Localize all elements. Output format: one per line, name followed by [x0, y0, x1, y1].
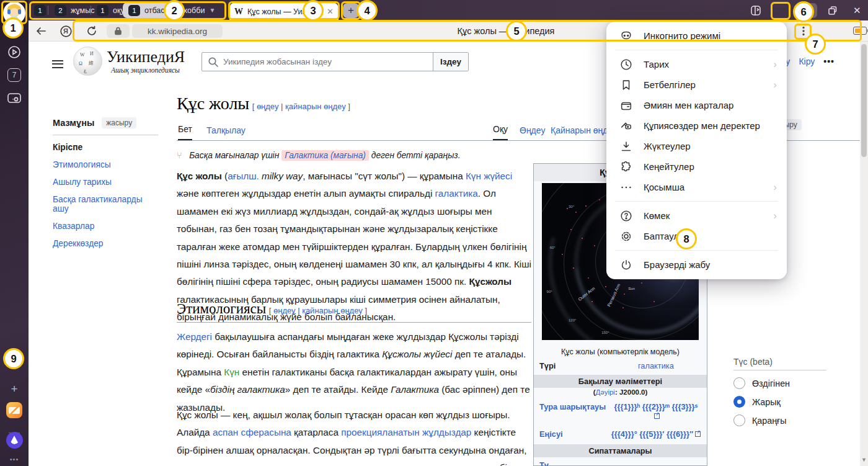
menu-item-history[interactable]: Тарих›: [606, 54, 787, 74]
tab-talk[interactable]: Талқылау: [206, 125, 246, 140]
tab-close-icon[interactable]: ✕: [327, 7, 334, 16]
tab-group-study[interactable]: 1 оқу: [97, 4, 125, 17]
external-link-icon: [654, 413, 660, 419]
toc-hide-button[interactable]: жасыру: [102, 117, 136, 128]
lang-link[interactable]: ағылш.: [228, 171, 259, 181]
menu-item-close-browser[interactable]: Браузерді жабу: [606, 254, 787, 275]
galaxy-sun-label: Sun: [628, 287, 635, 290]
incognito-mask-icon: [619, 29, 633, 43]
galaxy-grid-label: 60°: [550, 246, 556, 249]
page-scrollbar[interactable]: ▼: [860, 42, 868, 466]
media-play-icon[interactable]: [0, 45, 29, 62]
infobox-dec-label[interactable]: Еңісуі: [539, 429, 611, 439]
disambiguation-link[interactable]: Галактика (мағына): [281, 150, 369, 161]
toc-item-intro[interactable]: Кіріспе: [53, 143, 170, 152]
wallet-icon: [619, 99, 633, 112]
yandex-search-icon[interactable]: Я: [58, 20, 73, 42]
celestial-sphere-link[interactable]: аспан сферасына: [213, 427, 291, 437]
annotation-4: 4: [356, 0, 378, 21]
wiki-menu-icon[interactable]: [52, 58, 63, 70]
menu-separator: [615, 250, 778, 251]
tab-page[interactable]: Бет: [178, 124, 192, 140]
section-edit-source-link[interactable]: қайнарын өңдеу: [302, 306, 363, 315]
back-icon[interactable]: [33, 20, 48, 42]
menu-separator: [615, 50, 778, 50]
ellipsis-icon: [619, 181, 633, 194]
galaxy-link[interactable]: галактика: [435, 188, 478, 199]
scrollbar-down-arrow[interactable]: ▼: [861, 457, 867, 463]
infobox-characteristics-header: Сипаттамалары: [534, 444, 707, 457]
wiki-search-button[interactable]: Іздеу: [433, 53, 468, 71]
screenshot-icon[interactable]: [0, 91, 29, 108]
wikipedia-tagline: Ашық энциклопедиясы: [111, 66, 180, 74]
sidebar-add-icon[interactable]: +: [0, 382, 29, 396]
appearance-option-auto[interactable]: Өздігінен: [733, 377, 790, 389]
yandex-browser-icon[interactable]: [0, 432, 29, 451]
side-panel-toggle-icon[interactable]: [750, 0, 762, 20]
solar-system-link[interactable]: Күн жүйесі: [466, 171, 512, 181]
wikipedia-logo[interactable]: WИ Ω維 ع: [73, 47, 102, 76]
radio-unselected-icon[interactable]: [733, 414, 745, 426]
yandex-mail-icon[interactable]: [0, 402, 29, 421]
section-edit-link[interactable]: өңдеу: [273, 306, 296, 315]
radio-selected-icon[interactable]: [733, 396, 745, 408]
appearance-color-title: Түс (beta): [733, 357, 773, 367]
chevron-right-icon: ›: [773, 58, 777, 71]
infobox-type-value[interactable]: галактика: [611, 361, 701, 370]
menu-item-downloads[interactable]: Жүктеулер: [606, 136, 787, 156]
projected-stars-link[interactable]: проекцияланатын жұлдыздар: [341, 427, 471, 437]
sidebar-more-icon[interactable]: •••: [0, 455, 29, 463]
scrollbar-thumb[interactable]: [861, 44, 867, 157]
url-field[interactable]: kk.wikipedia.org: [132, 24, 223, 38]
menu-item-wallet[interactable]: Әмиян мен карталар: [606, 95, 787, 115]
epoch-link[interactable]: Дәуірі: [595, 388, 614, 396]
earth-link[interactable]: Жердегі: [177, 331, 212, 342]
window-close-icon[interactable]: ✕: [853, 0, 861, 20]
browser-window: WИ Ω維 ع УикипедиЯ Ашық энциклопедиясы Уи…: [0, 0, 868, 466]
paragraph-etymology-1: Жердегі бақылаушыға аспандағы мыңдаған ж…: [177, 328, 531, 416]
edit-link[interactable]: өңдеу: [257, 102, 279, 111]
annotation-8: 8: [676, 228, 697, 249]
annotation-2: 2: [164, 0, 185, 21]
site-security-lock-icon[interactable]: [107, 24, 130, 38]
radio-unselected-icon[interactable]: [733, 377, 745, 389]
tab-group-hobby[interactable]: хобби ▼: [184, 4, 215, 17]
edit-source-link[interactable]: қайнарын өңдеу: [285, 102, 346, 111]
infobox-ra-value[interactable]: {{{1}}}ʰ {{{2}}}ᵐ {{{3}}}ˢ: [611, 402, 701, 421]
appearance-option-light[interactable]: Жарық: [733, 396, 781, 408]
toc-item-discovery[interactable]: Ашылу тарихы: [53, 177, 170, 187]
battery-icon[interactable]: [853, 27, 867, 35]
wikipedia-wordmark: УикипедиЯ: [107, 48, 185, 66]
key-icon: [619, 119, 633, 133]
tab-edit[interactable]: Өңдеу: [520, 125, 545, 140]
toc-item-other-galaxies[interactable]: Басқа галактикаларды ашу: [53, 195, 155, 213]
reload-icon[interactable]: [84, 20, 99, 42]
toc-item-quasars[interactable]: Квазарлар: [53, 222, 170, 231]
wikipedia-favicon: W: [234, 7, 243, 17]
menu-item-extensions[interactable]: Кеңейтулер: [606, 156, 787, 177]
window-restore-icon[interactable]: [827, 0, 838, 20]
tab-counter-badge[interactable]: 7: [0, 68, 29, 82]
infobox-caption: Құс жолы (компьютерлік модель): [534, 347, 707, 356]
puzzle-icon: [619, 160, 633, 174]
menu-item-bookmarks[interactable]: Бетбелгілер›: [606, 74, 787, 95]
gear-icon: [619, 230, 633, 243]
toc-item-etymology[interactable]: Этимологиясы: [53, 160, 170, 169]
tab-group-pinned[interactable]: 1: [34, 4, 46, 17]
user-more-icon[interactable]: •••: [823, 56, 835, 66]
infobox-observation-header: Бақылау мәліметтері: [534, 375, 707, 388]
sun-link[interactable]: Күн: [224, 367, 239, 377]
infobox-ra-label[interactable]: Тура шарықтауы: [539, 402, 611, 421]
galaxy-grid-label: 30°: [569, 205, 574, 208]
menu-item-passwords[interactable]: Құпиясөздер мен деректер: [606, 115, 787, 136]
tab-group-work[interactable]: 2 жұмыс: [55, 4, 94, 17]
menu-item-incognito[interactable]: Инкогнито режимі: [606, 25, 787, 46]
menu-item-help[interactable]: Көмек›: [606, 205, 787, 226]
wiki-search-box[interactable]: Уикипедия жобасынан іздеу Іздеу: [202, 52, 469, 71]
infobox-dec-value[interactable]: {{{4}}}° {{{5}}}′ {{{6}}}″: [611, 429, 701, 439]
menu-item-more[interactable]: Қосымша›: [606, 177, 787, 197]
tab-read[interactable]: Оқу: [493, 124, 508, 140]
appearance-option-dark[interactable]: Қараңғы: [733, 414, 787, 426]
login-link[interactable]: Кіру: [799, 56, 815, 66]
toc-item-references[interactable]: Дереккөздер: [53, 239, 170, 248]
